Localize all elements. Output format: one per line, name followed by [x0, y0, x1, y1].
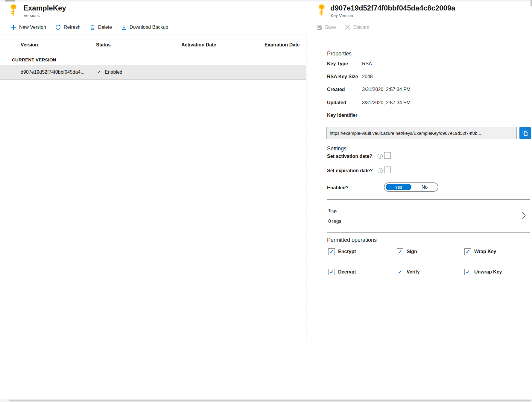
check-icon: ✓: [466, 270, 470, 275]
key-version-panel: d907e19d52f74f0bbf045da4c8c2009a Key Ver…: [306, 0, 532, 402]
property-label: Updated: [327, 100, 346, 105]
status-cell: Enabled: [105, 69, 122, 75]
toolbar-button-label: Delete: [98, 25, 112, 30]
download-backup-button[interactable]: Download Backup: [121, 24, 168, 30]
set-activation-date-label: Set activation date?: [327, 154, 372, 159]
property-label: Key Type: [327, 61, 348, 67]
download-icon: [121, 24, 127, 30]
property-label: Created: [327, 87, 345, 92]
checkbox-checked: ✓: [397, 269, 403, 275]
save-button[interactable]: Save: [316, 24, 336, 30]
permitted-operation-decrypt[interactable]: ✓ Decrypt: [328, 269, 397, 275]
info-icon[interactable]: i: [378, 154, 383, 159]
delete-button[interactable]: Delete: [89, 24, 112, 30]
settings-section-title: Settings: [327, 146, 346, 152]
toolbar-button-label: Download Backup: [130, 25, 168, 30]
checkbox-checked: ✓: [464, 269, 471, 275]
check-icon: ✓: [97, 69, 101, 75]
column-header-status: Status: [96, 42, 111, 48]
key-version-subtitle: Key Version: [331, 13, 353, 18]
checkbox-checked: ✓: [328, 269, 335, 275]
checkbox-checked: ✓: [328, 248, 335, 255]
tags-count: 0 tags: [328, 219, 341, 224]
refresh-button[interactable]: Refresh: [55, 24, 80, 30]
toolbar-button-label: Save: [325, 25, 336, 30]
copy-icon: [522, 129, 529, 137]
properties-section-title: Properties: [327, 51, 352, 57]
info-glyph: i: [380, 155, 381, 158]
enabled-label: Enabled?: [327, 185, 349, 191]
permitted-operation-unwrap-key[interactable]: ✓ Unwrap Key: [464, 269, 532, 275]
plus-icon: [10, 24, 16, 30]
check-icon: ✓: [466, 249, 470, 254]
refresh-icon: [55, 24, 61, 30]
info-icon[interactable]: i: [378, 168, 383, 173]
save-icon: [316, 24, 322, 30]
discard-button[interactable]: Discard: [345, 24, 369, 30]
versions-table-header: Version Status Activation Date Expiratio…: [0, 39, 306, 53]
check-icon: ✓: [329, 270, 334, 275]
check-icon: ✓: [329, 249, 334, 254]
activation-date-checkbox[interactable]: [384, 152, 391, 159]
permitted-operation-encrypt[interactable]: ✓ Encrypt: [328, 248, 397, 255]
checkbox-checked: ✓: [464, 248, 471, 255]
key-version-title: d907e19d52f74f0bbf045da4c8c2009a: [330, 4, 455, 12]
versions-panel-header: ExampleKey Versions: [0, 0, 306, 20]
toggle-option-no[interactable]: No: [412, 183, 437, 191]
column-header-expiration-date: Expiration Date: [265, 42, 300, 48]
permitted-operations-grid: ✓ Encrypt ✓ Sign ✓ Wrap Key ✓ Decrypt ✓ …: [328, 248, 532, 275]
key-identifier-label: Key Identifier: [327, 113, 357, 118]
key-icon: [10, 4, 17, 16]
table-row[interactable]: d907e19d52f74f0bbf045da4... ✓ Enabled: [0, 65, 306, 80]
expiration-date-checkbox[interactable]: [384, 167, 391, 173]
close-icon: [345, 24, 350, 30]
property-value: 3/31/2020, 2:57:34 PM: [362, 87, 411, 92]
copy-button[interactable]: [519, 127, 531, 139]
property-value: RSA: [362, 61, 372, 67]
key-icon: [318, 4, 325, 16]
enabled-toggle[interactable]: Yes No: [384, 182, 438, 192]
property-label: RSA Key Size: [327, 74, 358, 79]
permitted-operations-section-title: Permitted operations: [327, 237, 377, 243]
tags-label: Tags: [328, 208, 337, 213]
checkbox-checked: ✓: [397, 248, 403, 255]
versions-panel: ExampleKey Versions New Version Refresh …: [0, 0, 306, 402]
property-value: 3/31/2020, 2:57:34 PM: [362, 100, 411, 105]
permitted-operation-wrap-key[interactable]: ✓ Wrap Key: [464, 248, 532, 255]
new-version-button[interactable]: New Version: [10, 24, 46, 30]
page-title: ExampleKey: [23, 4, 66, 12]
column-header-activation-date: Activation Date: [181, 42, 216, 48]
toggle-option-yes[interactable]: Yes: [386, 184, 411, 190]
toolbar-button-label: Discard: [353, 25, 369, 30]
page-subtitle: Versions: [24, 13, 40, 18]
info-glyph: i: [380, 169, 381, 173]
version-cell: d907e19d52f74f0bbf045da4...: [21, 69, 85, 75]
toolbar-button-label: Refresh: [64, 25, 80, 30]
permitted-operation-sign[interactable]: ✓ Sign: [397, 248, 464, 255]
permitted-operation-verify[interactable]: ✓ Verify: [397, 269, 464, 275]
set-expiration-date-label: Set expiration date?: [327, 168, 373, 173]
chevron-right-icon: [522, 211, 526, 220]
key-version-toolbar: Save Discard: [306, 20, 532, 34]
check-icon: ✓: [398, 249, 402, 254]
toolbar-button-label: New Version: [19, 25, 46, 30]
check-icon: ✓: [398, 270, 402, 275]
key-version-header: d907e19d52f74f0bbf045da4c8c2009a Key Ver…: [306, 0, 532, 20]
current-version-group-label: CURRENT VERSION: [12, 57, 56, 62]
tags-section[interactable]: Tags 0 tags: [327, 200, 530, 232]
trash-icon: [89, 24, 95, 30]
key-identifier-input[interactable]: [326, 127, 517, 139]
property-value: 2048: [362, 74, 373, 79]
column-header-version: Version: [21, 42, 38, 48]
versions-toolbar: New Version Refresh Delete Do: [0, 20, 306, 34]
